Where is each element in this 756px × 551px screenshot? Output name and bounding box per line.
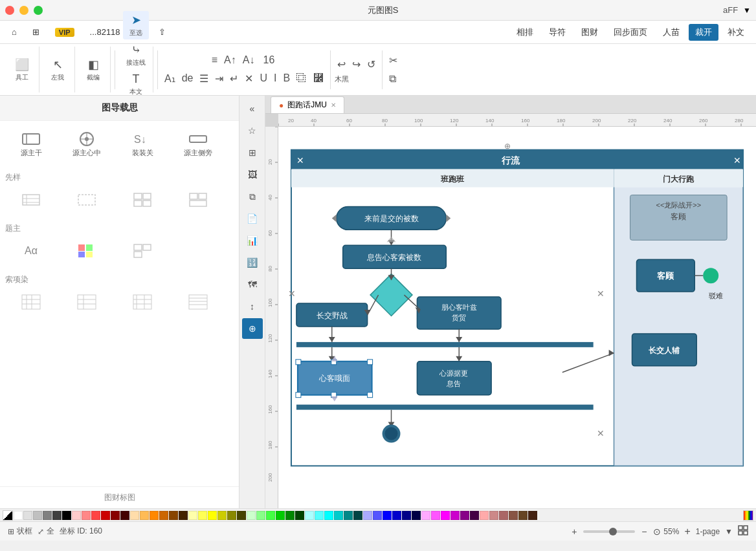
- undo-btn[interactable]: ↩: [335, 56, 348, 73]
- tool-text[interactable]: T 本文: [123, 70, 149, 98]
- tool-select[interactable]: ↖ 左我: [45, 56, 71, 84]
- topic-color[interactable]: [61, 238, 113, 264]
- color-swatch[interactable]: [363, 511, 372, 520]
- wrap-btn[interactable]: ↵: [227, 70, 241, 87]
- color-swatch[interactable]: [208, 511, 217, 520]
- color-swatch[interactable]: [227, 511, 236, 520]
- menu-userid[interactable]: ...82118: [83, 25, 127, 39]
- zoom-reset-btn[interactable]: ⊙: [653, 526, 661, 537]
- zoom-in-btn[interactable]: +: [568, 525, 581, 538]
- italic-btn[interactable]: I: [271, 70, 279, 87]
- fit-toggle[interactable]: ⤢ 全: [38, 526, 54, 537]
- color-swatch[interactable]: [159, 511, 168, 520]
- canvas-tab[interactable]: ● 图跑话JMU ✕: [271, 96, 344, 113]
- vip-badge-container[interactable]: VIP: [49, 25, 81, 39]
- layout-btn[interactable]: [738, 525, 748, 537]
- bold-btn[interactable]: B: [280, 70, 293, 87]
- subscript-btn[interactable]: A₁: [162, 70, 178, 87]
- menu-shapes[interactable]: ⊞: [26, 25, 46, 39]
- color-swatch[interactable]: [276, 511, 285, 520]
- frame-toggle[interactable]: ⊞ 状框: [8, 526, 32, 537]
- shape-side-root[interactable]: 源主侧旁: [172, 126, 224, 162]
- color-swatch[interactable]: [295, 511, 304, 520]
- color-swatch[interactable]: [441, 511, 450, 520]
- menu-huibumiemian[interactable]: 回步面页: [607, 24, 654, 41]
- font-size-down-btn[interactable]: A↓: [240, 52, 258, 69]
- color-swatch[interactable]: [285, 511, 295, 520]
- menu-tucai[interactable]: 图财: [575, 24, 605, 41]
- sidebar-chart[interactable]: 📊: [242, 230, 263, 251]
- color-swatch[interactable]: [179, 511, 188, 520]
- index-t1[interactable]: [5, 289, 57, 315]
- custom-color-btn[interactable]: [743, 510, 753, 521]
- tool-pointer[interactable]: ➤ 至选: [123, 11, 149, 39]
- color-swatch[interactable]: [247, 511, 256, 520]
- paste-style-btn[interactable]: ⿼: [311, 70, 326, 87]
- sidebar-page[interactable]: 📄: [242, 208, 263, 229]
- menu-caikai[interactable]: 裁开: [689, 24, 718, 41]
- color-swatch[interactable]: [169, 511, 178, 520]
- shape-center-root[interactable]: 源主心中: [61, 126, 113, 162]
- color-swatch[interactable]: [499, 511, 508, 520]
- shape-relation[interactable]: S↓ 装装关: [117, 126, 168, 162]
- color-swatch[interactable]: [315, 511, 324, 520]
- shape-main-root[interactable]: 源主干: [5, 126, 57, 162]
- indent-btn[interactable]: ⇥: [212, 70, 226, 87]
- color-swatch[interactable]: [528, 511, 537, 520]
- sidebar-star[interactable]: ☆: [242, 120, 263, 141]
- index-t4[interactable]: [172, 289, 224, 315]
- menu-share[interactable]: ⇧: [152, 25, 172, 39]
- sidebar-flow[interactable]: ⊕: [242, 318, 263, 339]
- zoom-out-btn[interactable]: −: [638, 525, 650, 538]
- color-swatch[interactable]: [450, 511, 460, 520]
- tool-edit[interactable]: ◧ 截编: [80, 56, 106, 84]
- color-swatch[interactable]: [431, 511, 440, 520]
- color-swatch[interactable]: [353, 511, 362, 520]
- style-flow[interactable]: [172, 187, 224, 213]
- sidebar-calc[interactable]: 🔢: [242, 252, 263, 273]
- color-swatch[interactable]: [518, 511, 528, 520]
- color-swatch[interactable]: [33, 511, 42, 520]
- sidebar-image[interactable]: 🖼: [242, 164, 263, 185]
- sidebar-layers[interactable]: ⧉: [242, 186, 263, 207]
- color-swatch[interactable]: [130, 511, 139, 520]
- style-list[interactable]: [5, 187, 57, 213]
- no-color-swatch[interactable]: [3, 510, 13, 521]
- strikethrough-btn[interactable]: de: [179, 70, 196, 87]
- window-controls[interactable]: [5, 6, 43, 15]
- color-swatch[interactable]: [150, 511, 159, 520]
- underline-btn[interactable]: U: [257, 70, 270, 87]
- topic-text[interactable]: Aα: [5, 238, 57, 264]
- color-swatch[interactable]: [383, 511, 392, 520]
- align-left-btn[interactable]: ≡: [209, 52, 220, 69]
- color-swatch[interactable]: [412, 511, 421, 520]
- color-swatch[interactable]: [198, 511, 207, 520]
- maximize-button[interactable]: [34, 6, 43, 15]
- redo-btn[interactable]: ↪: [350, 56, 363, 73]
- menu-paipai[interactable]: 相排: [510, 24, 540, 41]
- copy-style-btn[interactable]: ⿻: [294, 70, 309, 87]
- color-swatch[interactable]: [421, 511, 430, 520]
- color-swatch[interactable]: [305, 511, 314, 520]
- font-size-input[interactable]: 16: [258, 52, 279, 69]
- color-swatch[interactable]: [43, 511, 52, 520]
- zoom-slider[interactable]: [583, 530, 635, 533]
- sidebar-arrow[interactable]: ↕: [242, 296, 263, 317]
- color-swatch[interactable]: [72, 511, 81, 520]
- menu-buwen[interactable]: 补文: [721, 24, 751, 41]
- tool-juzi[interactable]: ⬜ 具工: [9, 56, 35, 84]
- color-swatch[interactable]: [392, 511, 401, 520]
- color-swatch[interactable]: [402, 511, 411, 520]
- list-btn[interactable]: ☰: [197, 70, 211, 87]
- menu-home[interactable]: ⌂: [5, 25, 23, 39]
- color-swatch[interactable]: [91, 511, 100, 520]
- color-swatch[interactable]: [140, 511, 149, 520]
- color-swatch[interactable]: [111, 511, 120, 520]
- color-swatch[interactable]: [101, 511, 110, 520]
- menu-daofu[interactable]: 导符: [542, 24, 572, 41]
- color-swatch[interactable]: [62, 511, 71, 520]
- sidebar-collapse[interactable]: «: [242, 98, 263, 119]
- tool-connector[interactable]: ⤷ 接连线: [123, 41, 149, 69]
- color-swatch[interactable]: [470, 511, 479, 520]
- color-swatch[interactable]: [266, 511, 275, 520]
